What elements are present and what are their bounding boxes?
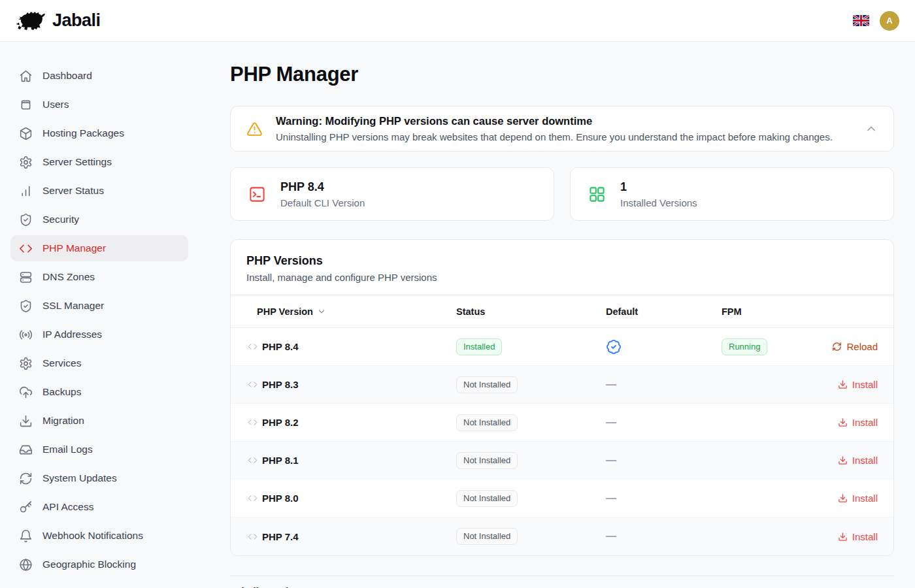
table-row: PHP 8.4InstalledRunningReload [231,328,893,366]
sidebar-item-api-access[interactable]: API Access [10,494,188,520]
globe-icon [19,558,33,572]
sidebar-item-system-updates[interactable]: System Updates [10,465,188,491]
column-header-default: Default [606,306,722,317]
sidebar-item-label: Server Status [42,185,104,197]
grid-icon [588,186,606,203]
install-button[interactable]: Install [825,493,893,504]
sidebar-item-label: Server Settings [42,156,112,168]
sidebar-item-ip-addresses[interactable]: IP Addresses [10,321,188,348]
code-icon [248,455,258,465]
radio-icon [19,328,33,342]
sidebar-item-backups[interactable]: Backups [10,379,188,405]
sidebar-item-label: Hosting Packages [42,127,124,139]
install-button[interactable]: Install [825,379,893,390]
language-flag-icon[interactable] [853,15,869,26]
inbox-icon [19,443,33,457]
status-badge: Not Installed [456,376,518,393]
sidebar-item-label: Geographic Blocking [42,559,136,570]
download-icon [838,532,848,542]
sidebar-item-dns-zones[interactable]: DNS Zones [10,264,188,290]
stat-value: 1 [620,180,697,194]
table-header-row: PHP Version Status Default FPM [231,295,893,328]
no-default-dash: — [606,531,616,542]
install-button[interactable]: Install [825,531,893,542]
sidebar-item-ssl-manager[interactable]: SSL Manager [10,293,188,319]
sidebar-item-label: Security [42,214,79,225]
sidebar-item-php-manager[interactable]: PHP Manager [10,235,188,261]
sidebar-item-dashboard[interactable]: Dashboard [10,63,188,89]
php-version-cell: PHP 7.4 [231,531,456,542]
status-badge: Not Installed [456,452,518,469]
sidebar-item-webhook-notifications[interactable]: Webhook Notifications [10,523,188,549]
sidebar-item-security[interactable]: Security [10,206,188,233]
table-body: PHP 8.4InstalledRunningReloadPHP 8.3Not … [231,328,893,555]
status-badge: Not Installed [456,490,518,507]
php-version-cell: PHP 8.1 [231,455,456,466]
status-badge: Not Installed [456,414,518,431]
code-icon [248,532,258,542]
download-icon [19,414,33,428]
status-badge: Not Installed [456,528,518,545]
action-label: Install [852,455,878,466]
sidebar-item-hosting-packages[interactable]: Hosting Packages [10,120,188,146]
shield-check-icon [19,213,33,227]
column-header-php-version[interactable]: PHP Version [231,306,456,317]
stat-label: Installed Versions [620,197,697,208]
users-icon [19,98,33,112]
php-version-label: PHP 7.4 [262,531,299,542]
install-button[interactable]: Install [825,417,893,428]
sidebar-item-server-settings[interactable]: Server Settings [10,149,188,175]
code-icon [248,493,258,503]
bell-icon [19,529,33,543]
code-icon [19,242,33,255]
code-icon [248,342,258,351]
sidebar-item-label: Email Logs [42,444,93,455]
action-label: Install [852,493,878,504]
sidebar-item-email-logs[interactable]: Email Logs [10,436,188,463]
sidebar-item-services[interactable]: Services [10,350,188,376]
brand-logo[interactable]: Jabali [16,9,101,33]
warning-banner: Warning: Modifying PHP versions can caus… [230,106,894,152]
sidebar-item-migration[interactable]: Migration [10,408,188,434]
code-icon [248,380,258,389]
install-button[interactable]: Install [825,455,893,466]
brand-name: Jabali [52,10,101,31]
card-header: PHP Versions Install, manage and configu… [231,240,893,295]
bar-chart-icon [19,184,33,198]
stat-label: Default CLI Version [280,197,365,208]
no-default-dash: — [606,493,616,504]
stat-card-default-cli: PHP 8.4 Default CLI Version [230,167,554,221]
action-label: Install [852,417,878,428]
table-row: PHP 8.1Not Installed—Install [231,442,893,480]
shield-check-icon [19,299,33,313]
sidebar-item-label: Dashboard [42,70,92,82]
warning-body: Uninstalling PHP versions may break webs… [276,131,833,142]
collapse-warning-button[interactable] [865,122,878,135]
sidebar-item-label: System Updates [42,472,117,484]
reload-button[interactable]: Reload [825,341,893,352]
status-badge: Installed [456,338,502,355]
server-icon [19,270,33,284]
card-subtitle: Install, manage and configure PHP versio… [246,272,878,283]
sidebar-item-label: API Access [42,501,93,513]
sidebar-item-server-status[interactable]: Server Status [10,178,188,204]
php-version-cell: PHP 8.2 [231,417,456,428]
cloud-upload-icon [19,385,33,399]
sidebar-item-label: Webhook Notifications [42,530,143,542]
stat-cards: PHP 8.4 Default CLI Version 1 Installed … [230,167,894,221]
user-avatar[interactable]: A [880,11,899,31]
sidebar-item-label: Services [42,357,81,369]
sidebar-item-label: SSL Manager [42,300,104,312]
package-icon [19,127,33,140]
no-default-dash: — [606,455,616,466]
php-version-cell: PHP 8.0 [231,493,456,504]
no-default-dash: — [606,417,616,428]
sidebar-item-geographic-blocking[interactable]: Geographic Blocking [10,551,188,578]
no-default-dash: — [606,379,616,390]
sidebar-item-users[interactable]: Users [10,91,188,118]
top-bar: Jabali A [0,0,915,42]
sidebar-item-label: Migration [42,415,84,427]
table-row: PHP 8.2Not Installed—Install [231,404,893,442]
php-version-cell: PHP 8.3 [231,379,456,390]
sidebar-item-label: PHP Manager [42,242,106,254]
